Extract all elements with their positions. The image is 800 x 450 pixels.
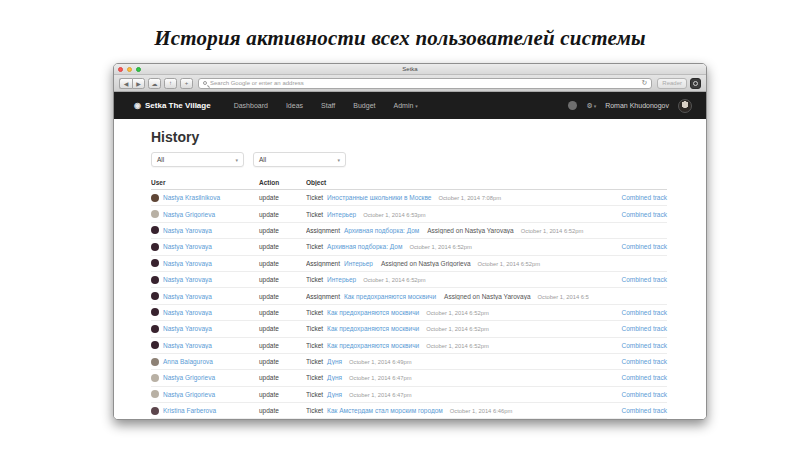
history-page: History All ▾ All ▾ User Action Object xyxy=(114,119,706,420)
user-link[interactable]: Nastya Yarovaya xyxy=(163,342,212,349)
track-cell: Combined track xyxy=(589,325,667,332)
object-type: Ticket xyxy=(306,407,323,414)
combined-track-link[interactable]: Combined track xyxy=(621,309,667,316)
user-link[interactable]: Nastya Yarovaya xyxy=(163,243,212,250)
current-user-avatar[interactable] xyxy=(678,99,692,113)
user-link[interactable]: Kristina Farberova xyxy=(163,407,216,414)
object-type: Ticket xyxy=(306,358,323,365)
user-link[interactable]: Nastya Yarovaya xyxy=(163,227,212,234)
extension-button[interactable] xyxy=(690,78,701,89)
row-date: October 1, 2014 6:47pm xyxy=(349,392,412,398)
user-link[interactable]: Nastya Krasilnikova xyxy=(163,194,220,201)
chevron-down-icon: ▾ xyxy=(594,103,597,109)
object-cell: Ticket Дуня October 1, 2014 6:49pm xyxy=(306,358,589,365)
combined-track-link[interactable]: Combined track xyxy=(621,374,667,381)
avatar xyxy=(151,325,159,333)
col-user: User xyxy=(151,179,259,186)
track-cell: Combined track xyxy=(589,374,667,381)
object-type: Assignment xyxy=(306,293,340,300)
combined-track-link[interactable]: Combined track xyxy=(621,407,667,414)
object-link[interactable]: Архивная подборка: Дом xyxy=(327,243,402,250)
action-label: update xyxy=(259,194,306,201)
current-user-name[interactable]: Roman Khudonogov xyxy=(605,102,669,109)
notifications-badge[interactable] xyxy=(568,101,577,110)
assignment-meta: Assigned on Nastya Grigorieva xyxy=(381,260,471,267)
object-link[interactable]: Архивная подборка: Дом xyxy=(344,227,419,234)
object-link[interactable]: Интерьер xyxy=(344,260,373,267)
user-link[interactable]: Nastya Grigorieva xyxy=(163,211,215,218)
row-date: October 1, 2014 6:52pm xyxy=(478,261,541,267)
assignment-meta: Assigned on Nastya Yarovaya xyxy=(444,293,530,300)
icloud-tabs-button[interactable]: ☁ xyxy=(148,78,161,89)
browser-titlebar[interactable]: Setka xyxy=(114,64,706,75)
user-link[interactable]: Anna Balagurova xyxy=(163,358,213,365)
user-link[interactable]: Nastya Yarovaya xyxy=(163,309,212,316)
object-link[interactable]: Как предохраняются москвичи xyxy=(327,342,419,349)
object-link[interactable]: Как Амстердам стал морским городом xyxy=(327,407,443,414)
user-cell: Nastya Krasilnikova xyxy=(151,194,259,202)
nav-item-staff[interactable]: Staff xyxy=(321,102,335,109)
combined-track-link[interactable]: Combined track xyxy=(621,325,667,332)
settings-menu[interactable]: ⚙▾ xyxy=(586,102,596,110)
nav-item-admin[interactable]: Admin▾ xyxy=(394,102,418,109)
new-tab-button[interactable]: + xyxy=(180,78,193,89)
window-title: Setka xyxy=(114,66,706,72)
combined-track-link[interactable]: Combined track xyxy=(621,342,667,349)
forward-button[interactable]: ▶ xyxy=(132,78,145,89)
avatar xyxy=(151,374,159,382)
object-cell: Ticket Как предохраняются москвичи Octob… xyxy=(306,309,589,316)
slide: История активности всех пользователей си… xyxy=(0,0,800,450)
action-label: update xyxy=(259,243,306,250)
table-row: Nastya Yarovaya update Ticket Архивная п… xyxy=(151,239,667,255)
nav-item-dashboard[interactable]: Dashboard xyxy=(234,102,268,109)
back-button[interactable]: ◀ xyxy=(119,78,132,89)
combined-track-link[interactable]: Combined track xyxy=(621,391,667,398)
share-button[interactable]: ↑ xyxy=(164,78,177,89)
object-link[interactable]: Интерьер xyxy=(327,211,356,218)
combined-track-link[interactable]: Combined track xyxy=(621,194,667,201)
address-bar[interactable]: Search Google or enter an address ↻ xyxy=(198,78,652,89)
object-link[interactable]: Как предохраняются москвичи xyxy=(327,325,419,332)
user-link[interactable]: Nastya Yarovaya xyxy=(163,293,212,300)
chevron-down-icon: ▾ xyxy=(415,103,418,109)
user-cell: Nastya Grigorieva xyxy=(151,390,259,398)
filter-object-select[interactable]: All ▾ xyxy=(253,152,346,167)
track-cell: Combined track xyxy=(589,407,667,414)
row-date: October 1, 2014 6:52pm xyxy=(409,244,472,250)
object-link[interactable]: Дуня xyxy=(327,391,342,398)
user-link[interactable]: Nastya Yarovaya xyxy=(163,260,212,267)
object-link[interactable]: Дуня xyxy=(327,374,342,381)
filter-user-select[interactable]: All ▾ xyxy=(151,152,244,167)
brand[interactable]: ◉ Setka The Village xyxy=(134,101,211,110)
nav-item-budget[interactable]: Budget xyxy=(353,102,375,109)
table-row: Nastya Grigorieva update Ticket Интерьер… xyxy=(151,206,667,222)
user-link[interactable]: Nastya Yarovaya xyxy=(163,325,212,332)
avatar xyxy=(151,259,159,267)
user-cell: Nastya Grigorieva xyxy=(151,210,259,218)
user-link[interactable]: Nastya Grigorieva xyxy=(163,391,215,398)
filters: All ▾ All ▾ xyxy=(151,152,667,167)
avatar xyxy=(151,276,159,284)
slide-title: История активности всех пользователей си… xyxy=(0,26,800,51)
object-link[interactable]: Дуня xyxy=(327,358,342,365)
action-label: update xyxy=(259,325,306,332)
combined-track-link[interactable]: Combined track xyxy=(621,243,667,250)
combined-track-link[interactable]: Combined track xyxy=(621,276,667,283)
user-link[interactable]: Nastya Grigorieva xyxy=(163,374,215,381)
combined-track-link[interactable]: Combined track xyxy=(621,358,667,365)
reload-icon[interactable]: ↻ xyxy=(641,79,647,87)
object-link[interactable]: Интерьер xyxy=(327,276,356,283)
user-link[interactable]: Nastya Yarovaya xyxy=(163,276,212,283)
nav-item-ideas[interactable]: Ideas xyxy=(286,102,303,109)
user-cell: Nastya Yarovaya xyxy=(151,341,259,349)
reader-button[interactable]: Reader xyxy=(657,78,687,89)
row-date: October 1, 2014 6:52pm xyxy=(426,326,489,332)
combined-track-link[interactable]: Combined track xyxy=(621,211,667,218)
avatar xyxy=(151,292,159,300)
action-label: update xyxy=(259,358,306,365)
object-cell: Assignment Интерьер Assigned on Nastya G… xyxy=(306,260,589,267)
object-link[interactable]: Иностранные школьники в Москве xyxy=(327,194,431,201)
user-cell: Nastya Yarovaya xyxy=(151,243,259,251)
object-link[interactable]: Как предохраняются москвичи xyxy=(344,293,436,300)
object-link[interactable]: Как предохраняются москвичи xyxy=(327,309,419,316)
